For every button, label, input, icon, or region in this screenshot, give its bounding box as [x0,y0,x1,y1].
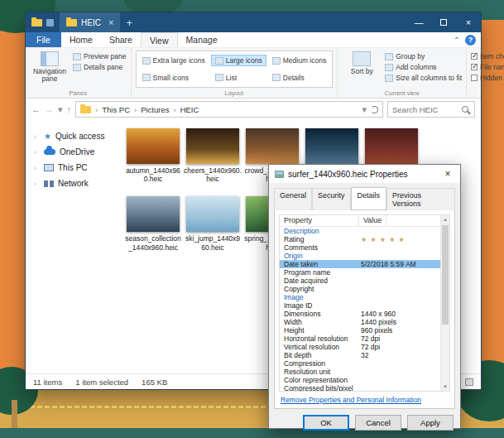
remove-properties-link[interactable]: Remove Properties and Personal Informati… [281,396,449,404]
file-thumbnail [305,128,358,164]
dialog-tab-security[interactable]: Security [312,188,351,210]
tab-manage[interactable]: Manage [178,32,226,47]
property-list-header: Property Value [280,215,449,227]
tab-file[interactable]: File [26,32,61,47]
list-view-icon [215,74,223,81]
property-row[interactable]: Dimensions1440 x 960 [280,310,449,318]
refresh-icon[interactable] [371,106,378,113]
sort-by-button[interactable]: Sort by [342,51,382,88]
sidebar-item-this-pc[interactable]: › This PC [26,160,117,176]
file-name-extensions-checkbox[interactable]: File name extensions [471,63,504,71]
size-columns-button[interactable]: Size all columns to fit [385,74,462,82]
details-pane-button[interactable]: Details pane [73,63,127,71]
preview-pane-button[interactable]: Preview pane [73,52,127,60]
item-check-boxes-checkbox[interactable]: Item check boxes [471,52,504,60]
quick-access-toolbar [26,19,60,26]
sidebar-item-quick-access[interactable]: › ★ Quick access [26,128,117,144]
sidebar-item-network[interactable]: › Network [26,176,117,191]
file-tile[interactable]: season_collection_1440x960.heic [123,196,183,251]
add-columns-button[interactable]: Add columns [385,63,462,71]
layout-large-icons[interactable]: Large icons [211,55,266,66]
search-box[interactable] [387,101,475,118]
history-dropdown-icon[interactable]: ▾ [58,104,63,115]
search-input[interactable] [392,105,458,114]
dialog-tab-previous-versions[interactable]: Previous Versions [386,188,455,210]
scroll-down-icon[interactable]: ▼ [441,383,449,391]
tab-view[interactable]: View [141,32,178,47]
qat-icon[interactable] [46,19,54,26]
property-row[interactable]: Rating★ ★ ★ ★ ★ [280,235,449,243]
property-row[interactable]: Horizontal resolution72 dpi [280,335,449,343]
tab-share[interactable]: Share [101,32,141,47]
property-row[interactable]: Height960 pixels [280,326,449,335]
help-icon[interactable]: ? [465,35,476,46]
dialog-close-icon[interactable]: × [435,165,460,183]
maximize-button[interactable] [431,12,456,32]
expand-chevron-icon[interactable]: › [34,148,40,156]
property-row[interactable]: Compression [280,359,449,368]
property-row[interactable]: Bit depth32 [280,351,449,359]
forward-icon[interactable]: → [45,104,54,114]
property-row-date-taken[interactable]: Date taken5/2/2018 5:59 AM [280,260,449,268]
scroll-up-icon[interactable]: ▲ [441,215,449,224]
window-tab-heic[interactable]: HEIC × [60,12,120,32]
dialog-tab-details[interactable]: Details [351,187,387,209]
ok-button[interactable]: OK [303,415,349,431]
cancel-button[interactable]: Cancel [355,415,401,431]
expand-chevron-icon[interactable]: › [34,180,40,188]
dialog-titlebar[interactable]: surfer_1440x960.heic Properties × [269,165,460,183]
scrollbar-thumb[interactable] [442,225,449,325]
close-button[interactable]: × [456,12,481,32]
ribbon-collapse-icon[interactable]: ⌃ [449,32,465,47]
breadcrumb-pictures[interactable]: Pictures [141,105,169,114]
column-property[interactable]: Property [280,215,359,226]
layout-details[interactable]: Details [268,72,330,84]
hidden-items-checkbox[interactable]: Hidden items [471,74,504,82]
property-row[interactable]: Copyright [280,285,449,293]
breadcrumb-heic[interactable]: HEIC [180,105,199,114]
breadcrumb-chevron: › [95,105,98,114]
property-row[interactable]: Resolution unit [280,368,449,376]
file-tile[interactable]: autumn_1440x960.heic [123,128,183,183]
property-row[interactable]: Width1440 pixels [280,318,449,326]
property-row[interactable]: Vertical resolution72 dpi [280,343,449,351]
tab-home[interactable]: Home [61,32,101,47]
property-row[interactable]: Image ID [280,301,449,310]
back-icon[interactable]: ← [31,104,41,114]
dialog-tab-general[interactable]: General [274,188,312,210]
apply-button[interactable]: Apply [407,415,454,431]
property-section: Image [280,293,449,301]
file-thumbnail [186,196,239,232]
address-box[interactable]: › This PC › Pictures › HEIC ▾ [75,101,383,118]
up-icon[interactable]: ↑ [67,104,72,114]
breadcrumb-this-pc[interactable]: This PC [102,105,130,114]
expand-chevron-icon[interactable]: › [34,164,40,172]
property-row[interactable]: Program name [280,268,449,277]
property-row[interactable]: Color representation [280,376,449,384]
thumbnail-view-toggle-icon[interactable] [465,378,473,386]
navigation-pane-button[interactable]: Navigation pane [30,51,70,88]
file-tile[interactable]: ski_jump_1440x960.heic [183,196,242,251]
minimize-button[interactable]: — [406,12,431,32]
titlebar[interactable]: HEIC × + — × [26,12,481,32]
layout-list[interactable]: List [211,72,266,84]
layout-medium-icons[interactable]: Medium icons [268,55,330,66]
tab-close-icon[interactable]: × [108,17,113,27]
group-by-button[interactable]: Group by [385,52,462,60]
network-icon [44,180,54,187]
scrollbar[interactable]: ▲ ▼ [440,215,449,391]
new-tab-button[interactable]: + [120,12,138,32]
layout-small-icons[interactable]: Small icons [138,72,209,84]
property-row[interactable]: Date acquired [280,277,449,285]
ribbon-group-show-hide: Item check boxes File name extensions Hi… [467,48,504,98]
file-tile[interactable]: cheers_1440x960.heic [183,128,242,183]
column-value[interactable]: Value [359,215,386,226]
property-row[interactable]: Compressed bits/pixel [280,384,449,392]
property-row[interactable]: Comments [280,243,449,252]
navigation-pane-icon [41,51,59,66]
property-list[interactable]: Property Value Description Rating★ ★ ★ ★… [279,214,450,392]
layout-extra-large-icons[interactable]: Extra large icons [138,55,209,66]
sidebar-item-onedrive[interactable]: › OneDrive [26,144,117,160]
address-dropdown-icon[interactable]: ▾ [362,104,367,115]
expand-chevron-icon[interactable]: › [34,132,40,141]
